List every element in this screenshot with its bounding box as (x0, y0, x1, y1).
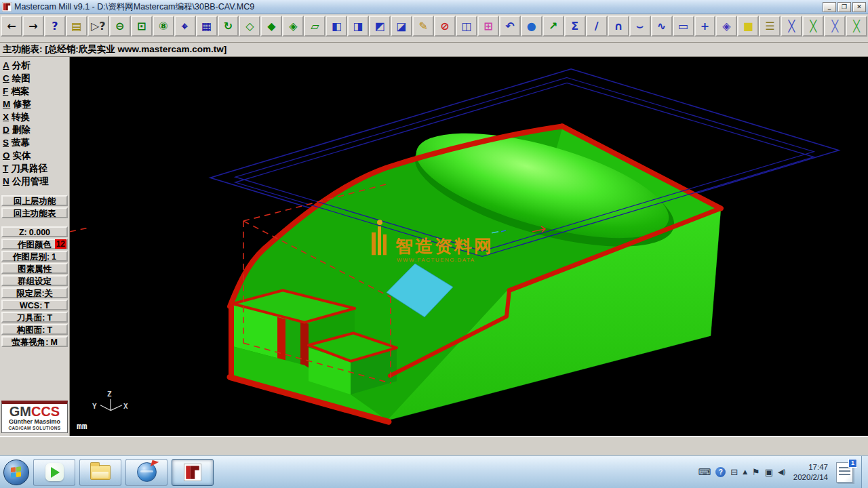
fit-screen-button[interactable]: ⌖ (174, 16, 196, 37)
zoom-window-button[interactable]: ⊡ (131, 16, 153, 37)
hidden-icons-arrow[interactable]: ▲ (743, 469, 747, 475)
sidebar-item-delete[interactable]: D删除 (1, 123, 69, 136)
copy-screen-button[interactable]: ⊞ (477, 16, 499, 37)
taskbar-app-file-explorer[interactable] (79, 459, 121, 486)
gmccs-logo: GMCCS Günther Massimo CAD/CAM SOLUTIONS (1, 401, 68, 433)
taskbar-app-mastercam[interactable] (172, 459, 214, 486)
cplane-front-button[interactable]: ◨ (347, 16, 369, 37)
cplane-iso-button[interactable]: ◪ (391, 16, 412, 37)
restore-button[interactable]: ❐ (837, 2, 851, 12)
attributes-button[interactable]: 图素属性 (1, 263, 68, 274)
item-label: 转换 (12, 112, 30, 122)
taskbar-app-web-browser[interactable] (125, 459, 167, 486)
cplane-label: 构图面: (17, 325, 45, 335)
back-icon: ← (7, 21, 16, 32)
tray-clock[interactable]: 17:47 2020/2/14 (793, 462, 828, 483)
close-button[interactable]: ✕ (852, 2, 866, 12)
item-label: 刀具路径 (11, 163, 47, 174)
gview-top-button[interactable]: ◈ (282, 16, 304, 37)
help-tray-icon[interactable]: ? (715, 467, 726, 477)
limit-label: 限定层: (16, 289, 45, 298)
sidebar-item-modify[interactable]: M修整 (1, 98, 69, 110)
graphics-viewport[interactable]: 智造资料网 WWW.FACTUENG.DATA Z Y X mm (70, 57, 868, 436)
wcs-button[interactable]: WCS:T (1, 300, 68, 310)
create-point-button[interactable]: + (694, 16, 716, 37)
action-center-flag-icon[interactable]: ⚑ (752, 468, 760, 476)
create-line-button[interactable]: / (586, 16, 608, 37)
forward-button[interactable]: → (22, 16, 44, 37)
title-bar[interactable]: Mastercam Mill v9.1 - D:\资料网Mastercam编程\… (0, 0, 868, 14)
volume-icon[interactable]: ◀) (778, 468, 785, 476)
gview-isometric-button[interactable]: ◇ (239, 16, 260, 37)
analyze-button[interactable]: ▷? (87, 16, 109, 37)
gview-side-button[interactable]: ▱ (304, 16, 326, 37)
split-window-icon: ◫ (461, 21, 471, 32)
gview-label: 萤幕视角: (12, 338, 48, 347)
cplane-top-button[interactable]: ◧ (326, 16, 347, 37)
gview-front-button[interactable]: ◆ (260, 16, 282, 37)
analyze-cursor-icon: ▷? (91, 21, 106, 32)
trim-one-button[interactable]: ╳ (781, 16, 802, 37)
repaint-button[interactable]: ▦ (196, 16, 218, 37)
zoom-scale-button[interactable]: ⑧ (153, 16, 174, 37)
taskbar-app-media-player[interactable] (33, 459, 75, 486)
sidebar-item-file[interactable]: F档案 (1, 85, 69, 98)
sidebar-item-screen[interactable]: S萤幕 (1, 136, 69, 149)
shade-button[interactable]: ● (521, 16, 542, 37)
dynamic-rotate-button[interactable]: ↻ (218, 16, 239, 37)
erase-disable-button[interactable]: ⊘ (434, 16, 456, 37)
zoom-out-button[interactable]: ⊖ (109, 16, 131, 37)
statistics-button[interactable]: Σ (564, 16, 586, 37)
show-desktop-button[interactable] (861, 456, 868, 488)
draw-color-button[interactable]: 作图颜色12 (1, 239, 68, 249)
viewports-button[interactable]: ◫ (456, 16, 477, 37)
screen-view-button[interactable]: 萤幕视角:M (1, 336, 68, 347)
file-manager-button[interactable]: ▤ (66, 16, 87, 37)
create-solid-box-button[interactable]: ■ (737, 16, 759, 37)
draw-level-button[interactable]: 作图层别:1 (1, 251, 68, 262)
sidebar-item-create[interactable]: C绘图 (1, 72, 69, 85)
minimize-button[interactable]: _ (823, 2, 836, 12)
construction-plane-button[interactable]: 构图面:T (1, 324, 68, 335)
z-depth-button[interactable]: Z:0.000 (1, 226, 68, 237)
color-swatch-badge: 12 (55, 239, 66, 249)
back-button[interactable]: ← (1, 16, 22, 37)
cplane-side-button[interactable]: ◩ (369, 16, 391, 37)
create-fillet-button[interactable]: ⌣ (629, 16, 651, 37)
create-rectangle-button[interactable]: ▭ (673, 16, 694, 37)
viewport-canvas[interactable]: 智造资料网 WWW.FACTUENG.DATA Z Y X mm (70, 57, 868, 436)
backup-menu-button[interactable]: 回上层功能 (1, 195, 68, 206)
start-button[interactable] (3, 460, 29, 485)
wcs-label: WCS: (20, 301, 42, 310)
trim-two-button[interactable]: ╳ (802, 16, 824, 37)
level-label: 作图层别: (13, 252, 50, 262)
network-icon[interactable]: ▣ (765, 468, 773, 476)
sidebar-item-analyze[interactable]: A分析 (1, 59, 69, 72)
trim-three-button[interactable]: ╳ (824, 16, 846, 37)
sidebar-item-toolpaths[interactable]: T刀具路径 (1, 162, 69, 175)
sidebar-item-utilities[interactable]: N公用管理 (1, 175, 69, 188)
ime-icon[interactable]: ⊟ (730, 468, 738, 476)
create-surface-button[interactable]: ◈ (715, 16, 737, 37)
sidebar-item-solids[interactable]: O实体 (1, 149, 69, 162)
create-spline-button[interactable]: ∿ (651, 16, 673, 37)
globe-browser-icon (137, 462, 157, 482)
notes-tray-icon[interactable]: 1 (836, 462, 853, 483)
pan-crosshair-icon: ⌖ (182, 21, 188, 32)
undo-button[interactable]: ↶ (499, 16, 521, 37)
help-button[interactable]: ? (44, 16, 66, 37)
tool-plane-button[interactable]: 刀具面:T (1, 312, 68, 323)
main-area: A分析 C绘图 F档案 M修整 X转换 D删除 S萤幕 O实体 T刀具路径 N公… (0, 57, 868, 436)
sketch-button[interactable]: ✎ (412, 16, 434, 37)
level-limit-button[interactable]: 限定层:关 (1, 287, 68, 298)
trim-divide-button[interactable]: ╳ (846, 16, 867, 37)
keyboard-icon[interactable]: ⌨ (698, 468, 711, 476)
levels-button[interactable]: ☰ (759, 16, 781, 37)
item-label: 萤幕 (12, 138, 30, 148)
view-toggle-button[interactable]: ↗ (542, 16, 564, 37)
spacer (1, 188, 68, 195)
sidebar-item-xform[interactable]: X转换 (1, 110, 69, 123)
create-arc-button[interactable]: ∩ (608, 16, 629, 37)
main-menu-button[interactable]: 回主功能表 (1, 207, 68, 218)
group-set-button[interactable]: 群组设定 (1, 275, 68, 286)
